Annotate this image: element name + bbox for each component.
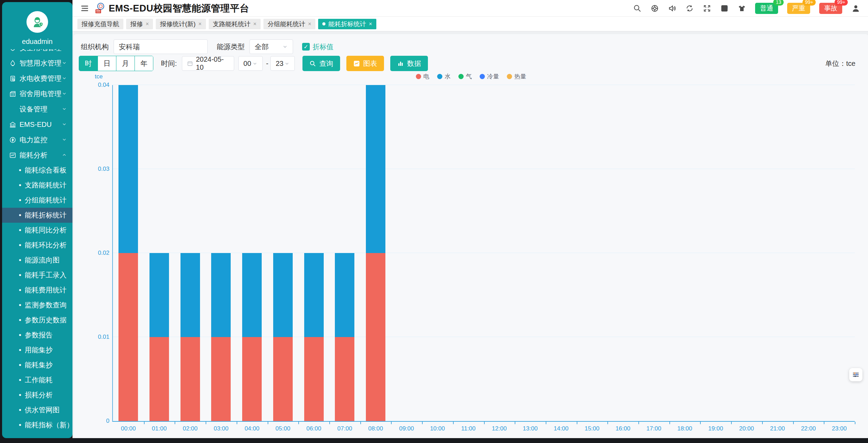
bar-segment-水[interactable]	[211, 253, 231, 337]
hour-to-value: 23	[276, 60, 283, 68]
tab-close-icon[interactable]: ×	[253, 21, 256, 27]
sidebar-subitem-能耗同比分析[interactable]: •能耗同比分析	[2, 223, 72, 238]
sound-icon[interactable]	[668, 4, 676, 13]
sidebar-subitem-能耗手工录入[interactable]: •能耗手工录入	[2, 268, 72, 283]
bar-segment-电[interactable]	[273, 337, 293, 421]
hour-to-select[interactable]: 23	[270, 56, 295, 71]
hour-from-select[interactable]: 00	[238, 56, 263, 71]
tab-close-icon[interactable]: ×	[198, 21, 201, 27]
legend-item-电[interactable]: 电	[416, 72, 429, 81]
fullscreen-icon[interactable]	[703, 4, 711, 13]
alarm-badge-3[interactable]: 事故99+	[819, 3, 842, 14]
bar-segment-水[interactable]	[304, 253, 324, 337]
sidebar-subitem-能耗指标（新）[interactable]: •能耗指标（新）	[2, 418, 72, 433]
sidebar-subitem-label: 参数报告	[25, 330, 53, 340]
sidebar-item-宿舍用电管理[interactable]: 宿舍用电管理	[2, 86, 72, 101]
tab-报修充值导航[interactable]: 报修充值导航	[77, 19, 123, 29]
data-view-button[interactable]: 数据	[390, 56, 428, 71]
bar-segment-电[interactable]	[242, 337, 262, 421]
legend-item-水[interactable]: 水	[437, 72, 451, 81]
tab-分组能耗统计[interactable]: 分组能耗统计×	[263, 19, 315, 29]
translate-icon[interactable]: A文	[720, 4, 729, 13]
sidebar-item-能耗分析[interactable]: 能耗分析	[2, 147, 72, 163]
bar-segment-电[interactable]	[149, 337, 169, 421]
org-input[interactable]: 安科瑞	[114, 39, 208, 54]
bar-segment-电[interactable]	[335, 337, 354, 421]
energy-type-select[interactable]: 全部	[249, 39, 293, 54]
legend-dot	[507, 74, 512, 79]
sidebar-subitem-参数报告[interactable]: •参数报告	[2, 328, 72, 343]
chevron-down-icon	[62, 75, 67, 83]
sidebar-subitem-label: 参数历史数据	[25, 315, 67, 325]
sidebar-subitem-损耗分析[interactable]: •损耗分析	[2, 388, 72, 403]
bar-segment-电[interactable]	[366, 253, 385, 421]
sidebar-subitem-能耗综合看板[interactable]: •能耗综合看板	[2, 163, 72, 178]
tab-支路能耗统计[interactable]: 支路能耗统计×	[209, 19, 261, 29]
hour-from-value: 00	[244, 60, 251, 68]
sidebar-subitem-监测参数查询[interactable]: •监测参数查询	[2, 298, 72, 313]
tab-报修统计(新)[interactable]: 报修统计(新)×	[156, 19, 206, 29]
sidebar-item-安全用电管理[interactable]: 安全用电管理	[2, 49, 72, 55]
bar-segment-水[interactable]	[273, 253, 293, 337]
sidebar-item-设备管理[interactable]: 设备管理	[2, 101, 72, 117]
org-value: 安科瑞	[119, 42, 140, 52]
sidebar-subitem-工作能耗[interactable]: •工作能耗	[2, 373, 72, 388]
alarm-badge-2[interactable]: 严重99+	[787, 3, 810, 14]
tab-close-icon[interactable]: ×	[369, 21, 372, 27]
conversion-checkbox-label[interactable]: 折标值	[313, 42, 333, 52]
period-button-年[interactable]: 年	[135, 56, 153, 71]
bar-segment-电[interactable]	[211, 337, 231, 421]
sidebar-subitem-能耗环比分析[interactable]: •能耗环比分析	[2, 238, 72, 253]
sidebar-subitem-分组能耗统计[interactable]: •分组能耗统计	[2, 193, 72, 208]
sidebar-subitem-供水管网图[interactable]: •供水管网图	[2, 403, 72, 418]
sidebar-subitem-能耗费用统计[interactable]: •能耗费用统计	[2, 283, 72, 298]
refresh-icon[interactable]	[685, 4, 694, 13]
sidebar-subitem-label: 能耗折标统计	[25, 211, 67, 220]
sidebar-item-label: 水电收费管理	[20, 74, 62, 83]
tab-能耗折标统计[interactable]: 能耗折标统计×	[318, 19, 376, 29]
legend-item-热量[interactable]: 热量	[507, 72, 526, 81]
legend-item-气[interactable]: 气	[458, 72, 472, 81]
sidebar-subitem-能耗集抄[interactable]: •能耗集抄	[2, 358, 72, 373]
tab-close-icon[interactable]: ×	[146, 21, 149, 27]
collapse-menu-icon[interactable]	[80, 4, 89, 13]
sidebar-subitem-能源流向图[interactable]: •能源流向图	[2, 253, 72, 268]
bar-segment-电[interactable]	[180, 337, 200, 421]
legend-item-冷量[interactable]: 冷量	[479, 72, 499, 81]
bar-segment-水[interactable]	[242, 253, 262, 337]
query-button[interactable]: 查询	[302, 56, 340, 71]
bar-segment-水[interactable]	[118, 85, 138, 253]
sidebar-item-水电收费管理[interactable]: 水电收费管理	[2, 71, 72, 86]
sidebar-item-电力监控[interactable]: 电力监控	[2, 132, 72, 147]
x-axis-tick-mark	[360, 422, 361, 424]
bar-segment-水[interactable]	[149, 253, 169, 337]
chart-settings-button[interactable]	[849, 368, 862, 381]
alarm-badge-1[interactable]: 普通13	[755, 3, 778, 14]
help-icon[interactable]	[651, 4, 659, 13]
bar-segment-水[interactable]	[366, 85, 385, 253]
period-button-日[interactable]: 日	[98, 56, 116, 71]
bar-segment-水[interactable]	[180, 253, 200, 337]
sidebar-item-智慧用水管理[interactable]: 智慧用水管理	[2, 55, 72, 71]
avatar[interactable]	[26, 11, 48, 33]
tab-报修[interactable]: 报修×	[126, 19, 153, 29]
conversion-checkbox[interactable]: ✓	[302, 43, 310, 51]
tab-bar: 报修充值导航报修×报修统计(新)×支路能耗统计×分组能耗统计×能耗折标统计×	[72, 17, 868, 31]
period-button-时[interactable]: 时	[79, 56, 98, 71]
bar-segment-电[interactable]	[304, 337, 324, 421]
bar-segment-电[interactable]	[118, 253, 138, 421]
sidebar-item-EMS-EDU[interactable]: EMS-EDU	[2, 117, 72, 132]
sidebar-subitem-参数历史数据[interactable]: •参数历史数据	[2, 313, 72, 328]
sidebar-subitem-支路能耗统计[interactable]: •支路能耗统计	[2, 178, 72, 193]
search-icon[interactable]	[633, 4, 642, 13]
date-picker[interactable]: 2024-05-10	[182, 56, 234, 71]
period-button-月[interactable]: 月	[116, 56, 135, 71]
chart-view-button[interactable]: 图表	[346, 56, 384, 71]
sidebar-subitem-用能集抄[interactable]: •用能集抄	[2, 343, 72, 358]
user-avatar-icon[interactable]	[851, 4, 860, 13]
tab-close-icon[interactable]: ×	[308, 21, 311, 27]
bar-segment-水[interactable]	[335, 253, 354, 337]
theme-icon[interactable]	[738, 4, 746, 13]
sidebar-subitem-能耗折标统计[interactable]: •能耗折标统计	[2, 208, 72, 223]
worker-icon	[30, 15, 44, 29]
